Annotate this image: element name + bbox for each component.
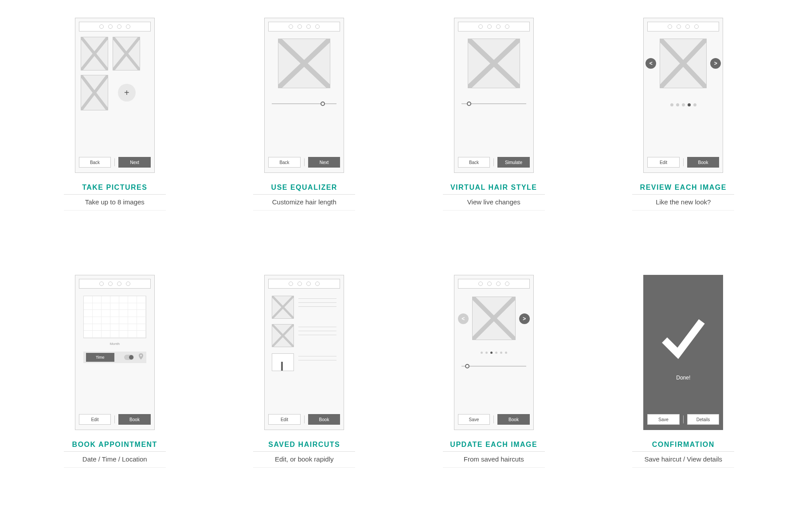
month-label: Month [79, 342, 151, 346]
calendar[interactable] [83, 296, 146, 338]
image-placeholder[interactable] [272, 296, 294, 319]
screen-title: REVIEW EACH IMAGE [632, 184, 734, 195]
step-dot [478, 24, 483, 29]
chevron-right-icon: > [714, 60, 717, 66]
button-separator [114, 158, 115, 166]
add-image-button[interactable]: + [118, 84, 136, 102]
stepper-bar [79, 279, 151, 289]
step-dot [315, 24, 320, 29]
location-toggle[interactable] [124, 355, 134, 360]
step-dot [315, 282, 320, 286]
pager-dot[interactable] [485, 352, 488, 354]
save-button[interactable]: Save [458, 414, 490, 425]
step-dot [487, 24, 492, 29]
pager-dot[interactable] [670, 103, 673, 106]
length-slider[interactable] [462, 103, 526, 104]
image-placeholder[interactable] [113, 37, 140, 70]
book-button[interactable]: Book [687, 157, 720, 168]
screen-title: UPDATE EACH IMAGE [443, 441, 545, 452]
book-button[interactable]: Book [497, 414, 530, 425]
image-placeholder[interactable] [272, 324, 294, 347]
screen-book-appointment: Month Time Edit Book BOOK APPOINTMENT Da… [53, 275, 176, 514]
pager-dot[interactable] [693, 103, 696, 106]
step-dot [478, 282, 483, 286]
back-button[interactable]: Back [79, 157, 111, 168]
screen-title: SAVED HAIRCUTS [253, 441, 355, 452]
screen-review-each-image: < > Edit Book REVIEW EACH IMAGE Like the… [622, 18, 745, 257]
next-arrow-button[interactable]: > [519, 313, 530, 324]
step-dot [126, 282, 130, 286]
list-item-text [298, 327, 336, 339]
pager-dot-active[interactable] [688, 103, 691, 106]
slider-thumb[interactable] [321, 102, 325, 106]
step-dot [117, 282, 121, 286]
partial-image-placeholder[interactable] [272, 353, 294, 371]
step-dot [108, 282, 113, 286]
length-slider[interactable] [272, 103, 336, 104]
image-placeholder[interactable] [81, 75, 108, 110]
pager-dot[interactable] [682, 103, 685, 106]
edit-button[interactable]: Edit [268, 414, 301, 425]
phone-frame: < > Save Book [454, 275, 534, 430]
screen-subtitle: Date / Time / Location [64, 452, 166, 468]
image-placeholder [472, 297, 516, 340]
stepper-bar [79, 22, 151, 31]
time-button[interactable]: Time [86, 353, 114, 362]
list-item-text [298, 356, 336, 364]
check-icon [657, 311, 710, 366]
screen-subtitle: View live changes [443, 195, 545, 211]
stepper-bar [268, 22, 340, 31]
next-button[interactable]: Next [308, 157, 340, 168]
screen-title: VIRTUAL HAIR STYLE [443, 184, 545, 195]
screen-take-pictures: + Back Next TAKE PICTURES Take up to 8 i… [53, 18, 176, 257]
prev-arrow-button[interactable]: < [458, 313, 469, 324]
back-button[interactable]: Back [268, 157, 301, 168]
screen-subtitle: Like the new look? [632, 195, 734, 211]
screen-subtitle: Save haircut / View details [632, 452, 734, 468]
chevron-right-icon: > [523, 316, 526, 322]
pager-dots [458, 352, 530, 354]
edit-button[interactable]: Edit [647, 157, 680, 168]
screen-confirmation: Done! Save Details CONFIRMATION Save hai… [622, 275, 745, 514]
screen-title: BOOK APPOINTMENT [64, 441, 166, 452]
stepper-bar [458, 279, 530, 289]
screen-use-equalizer: Back Next USE EQUALIZER Customize hair l… [243, 18, 366, 257]
save-button[interactable]: Save [647, 414, 680, 425]
stepper-bar [647, 22, 719, 31]
image-placeholder[interactable] [81, 37, 108, 70]
step-dot [505, 282, 509, 286]
step-dot [297, 282, 302, 286]
screen-title: USE EQUALIZER [253, 184, 355, 195]
pager-dot[interactable] [505, 352, 507, 354]
pager-dot-active[interactable] [490, 352, 493, 354]
prev-arrow-button[interactable]: < [645, 58, 656, 69]
book-button[interactable]: Book [118, 414, 151, 425]
phone-frame: Back Next [264, 18, 344, 173]
length-slider[interactable] [462, 366, 526, 367]
pager-dot[interactable] [676, 103, 679, 106]
pager-dot[interactable] [495, 352, 497, 354]
step-dot [289, 282, 293, 286]
button-separator [683, 415, 684, 423]
details-button[interactable]: Details [687, 414, 720, 425]
screen-saved-haircuts: Edit Book SAVED HAIRCUTS Edit, or book r… [243, 275, 366, 514]
button-separator [493, 415, 494, 423]
back-button[interactable]: Back [458, 157, 490, 168]
screen-subtitle: Edit, or book rapidly [253, 452, 355, 468]
screen-subtitle: From saved haircuts [443, 452, 545, 468]
phone-frame: + Back Next [75, 18, 155, 173]
next-arrow-button[interactable]: > [710, 58, 721, 69]
slider-thumb[interactable] [467, 102, 471, 106]
simulate-button[interactable]: Simulate [497, 157, 530, 168]
book-button[interactable]: Book [308, 414, 340, 425]
step-dot [505, 24, 509, 29]
edit-button[interactable]: Edit [79, 414, 111, 425]
pager-dot[interactable] [481, 352, 483, 354]
screen-virtual-hair-style: Back Simulate VIRTUAL HAIR STYLE View li… [432, 18, 555, 257]
chevron-left-icon: < [649, 60, 653, 66]
phone-frame: < > Edit Book [643, 18, 723, 173]
image-placeholder [278, 39, 330, 88]
next-button[interactable]: Next [118, 157, 151, 168]
slider-thumb[interactable] [465, 364, 469, 368]
pager-dot[interactable] [500, 352, 502, 354]
